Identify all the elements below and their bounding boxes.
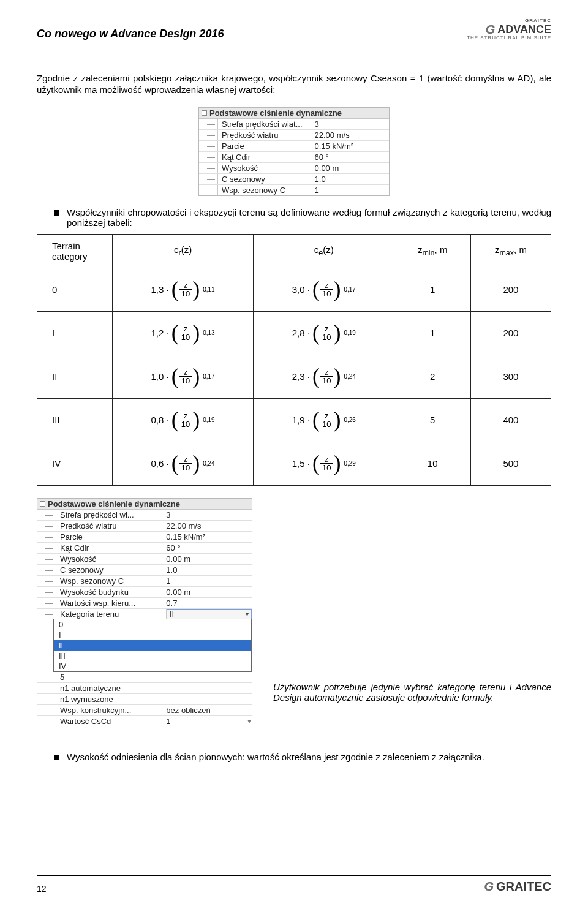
property-label: Wsp. konstrukcyjn...: [56, 705, 162, 715]
cell-zmax: 400: [470, 398, 551, 442]
property-row[interactable]: —C sezonowy1.0: [37, 565, 252, 576]
tree-gutter: —: [37, 510, 56, 520]
property-value[interactable]: 22.00 m/s: [311, 130, 389, 140]
property-label: n1 automatyczne: [56, 683, 162, 693]
property-row[interactable]: —Wsp. sezonowy C1: [37, 576, 252, 587]
property-value[interactable]: 3: [162, 510, 252, 520]
property-row[interactable]: —Strefa prędkości wiat...3: [199, 119, 389, 130]
property-label: Kąt Cdir: [56, 543, 162, 553]
property-value[interactable]: [162, 694, 252, 704]
dropdown-option[interactable]: 0: [54, 619, 251, 630]
property-value[interactable]: 0.00 m: [162, 554, 252, 564]
cell-category: 0: [37, 268, 113, 311]
tree-gutter: —: [37, 587, 56, 597]
dropdown-option[interactable]: IV: [54, 661, 251, 671]
property-value[interactable]: 1: [162, 716, 252, 727]
property-value[interactable]: 3: [311, 119, 389, 129]
cell-zmax: 300: [470, 355, 551, 398]
property-row[interactable]: —n1 automatyczne: [37, 683, 252, 694]
property-row[interactable]: —Wartości wsp. kieru...0.7: [37, 598, 252, 609]
tree-gutter: —: [199, 130, 218, 140]
document-footer: 12 G GRAITEC: [37, 875, 551, 894]
property-row[interactable]: —δ: [37, 672, 252, 683]
dropdown-list-terrain[interactable]: 0IIIIIIIV: [53, 619, 252, 672]
document-header: Co nowego w Advance Design 2016 GRAITEC …: [37, 18, 551, 43]
property-label: C sezonowy: [56, 565, 162, 575]
cell-ce: 1,9 · (z10)0,26: [254, 398, 394, 442]
property-value[interactable]: 0.15 kN/m²: [162, 532, 252, 542]
table-row: IV0,6 · (z10)0,241,5 · (z10)0,2910500: [37, 442, 551, 485]
property-value[interactable]: 60 °: [162, 543, 252, 553]
terrain-category-dropdown[interactable]: II▾: [167, 609, 252, 619]
property-value[interactable]: 1.0: [311, 174, 389, 184]
property-row[interactable]: —Wysokość0.00 m: [37, 554, 252, 565]
cell-category: IV: [37, 442, 113, 485]
property-row[interactable]: —Kąt Cdir60 °: [37, 543, 252, 554]
dropdown-option[interactable]: I: [54, 630, 251, 640]
property-row[interactable]: —Wysokość budynku0.00 m: [37, 587, 252, 598]
bullet-item-1: Współczynniki chropowatości i ekspozycji…: [54, 207, 551, 228]
property-label: δ: [56, 672, 162, 682]
cell-ce: 2,3 · (z10)0,24: [254, 355, 394, 398]
property-row[interactable]: —Prędkość wiatru22.00 m/s: [37, 521, 252, 532]
tree-gutter: —: [199, 163, 218, 173]
property-value[interactable]: [162, 683, 252, 693]
property-row[interactable]: —n1 wymuszone: [37, 694, 252, 705]
brand-g-icon: G: [484, 880, 494, 894]
property-row[interactable]: —Wsp. konstrukcyjn...bez obliczeń: [37, 705, 252, 716]
tree-gutter: —: [199, 185, 218, 195]
cell-zmax: 200: [470, 311, 551, 355]
property-row[interactable]: —Kąt Cdir60 °: [199, 152, 389, 163]
scroll-down-icon[interactable]: ▾: [247, 717, 251, 725]
property-label: Wartość CsCd: [56, 716, 162, 727]
property-row[interactable]: —Parcie0.15 kN/m²: [37, 532, 252, 543]
property-row[interactable]: —Wartość CsCd1: [37, 716, 252, 727]
table-row: III0,8 · (z10)0,191,9 · (z10)0,265400: [37, 398, 551, 442]
property-value[interactable]: 0.00 m: [311, 163, 389, 173]
property-row[interactable]: —Wsp. sezonowy C1: [199, 185, 389, 195]
bullet-text-1: Współczynniki chropowatości i ekspozycji…: [67, 207, 551, 228]
property-row[interactable]: —Kategoria terenuII▾: [37, 609, 252, 619]
tree-gutter: —: [37, 565, 56, 575]
property-row[interactable]: —Wysokość0.00 m: [199, 163, 389, 174]
dropdown-option[interactable]: II: [54, 640, 251, 651]
property-value[interactable]: 0.15 kN/m²: [311, 141, 389, 151]
property-value[interactable]: 60 °: [311, 152, 389, 162]
property-row[interactable]: —Parcie0.15 kN/m²: [199, 141, 389, 152]
property-value[interactable]: 1: [162, 576, 252, 586]
cell-zmin: 5: [394, 398, 470, 442]
property-label: Wsp. sezonowy C: [56, 576, 162, 586]
dropdown-option[interactable]: III: [54, 651, 251, 661]
tree-gutter: —: [199, 174, 218, 184]
property-grid-1-header[interactable]: Podstawowe ciśnienie dynamiczne: [199, 108, 389, 119]
tree-gutter: —: [37, 554, 56, 564]
property-label: Wysokość: [56, 554, 162, 564]
property-row[interactable]: —Prędkość wiatru22.00 m/s: [199, 130, 389, 141]
tree-gutter: —: [37, 716, 56, 727]
property-value[interactable]: 0.00 m: [162, 587, 252, 597]
property-value[interactable]: bez obliczeń: [162, 705, 252, 715]
property-value[interactable]: [162, 672, 252, 682]
bullet-marker-icon: [54, 755, 59, 760]
property-value[interactable]: 0.7: [162, 598, 252, 608]
tree-gutter: —: [37, 694, 56, 704]
chevron-down-icon: ▾: [246, 611, 249, 617]
th-cr: cr(z): [113, 234, 254, 268]
property-label: Kąt Cdir: [218, 152, 311, 162]
tree-gutter: —: [37, 543, 56, 553]
property-row[interactable]: —C sezonowy1.0: [199, 174, 389, 185]
property-grid-2: Podstawowe ciśnienie dynamiczne —Strefa …: [37, 498, 252, 727]
property-value[interactable]: 1: [311, 185, 389, 195]
tree-gutter: —: [199, 141, 218, 151]
tree-gutter: —: [37, 672, 56, 682]
document-title: Co nowego w Advance Design 2016: [37, 28, 224, 40]
bullet-item-2: Wysokość odniesienia dla ścian pionowych…: [54, 752, 551, 762]
property-row[interactable]: —Strefa prędkości wi...3: [37, 510, 252, 521]
property-grid-2-header[interactable]: Podstawowe ciśnienie dynamiczne: [37, 499, 252, 510]
cell-category: II: [37, 355, 113, 398]
table-row: II1,0 · (z10)0,172,3 · (z10)0,242300: [37, 355, 551, 398]
property-value[interactable]: 22.00 m/s: [162, 521, 252, 531]
cell-cr: 1,2 · (z10)0,13: [113, 311, 254, 355]
brand-name: ADVANCE: [497, 24, 551, 35]
property-value[interactable]: 1.0: [162, 565, 252, 575]
